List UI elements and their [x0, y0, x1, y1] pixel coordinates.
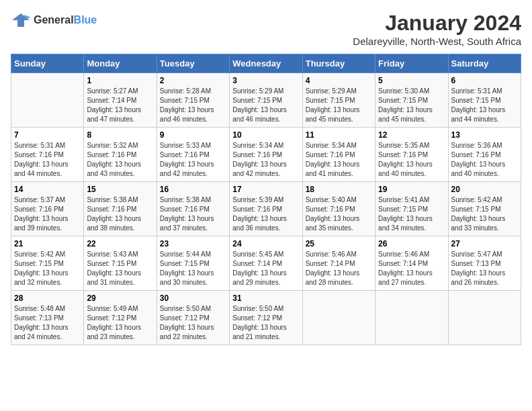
- day-info: Sunrise: 5:46 AM Sunset: 7:14 PM Dayligh…: [306, 250, 372, 287]
- title-area: January 2024 Delareyville, North-West, S…: [353, 11, 521, 47]
- day-info: Sunrise: 5:28 AM Sunset: 7:15 PM Dayligh…: [160, 87, 226, 124]
- day-number: 5: [378, 76, 445, 85]
- day-number: 9: [160, 130, 226, 140]
- day-number: 20: [451, 185, 518, 194]
- day-number: 29: [87, 293, 153, 303]
- calendar-day-cell: 2Sunrise: 5:28 AM Sunset: 7:15 PM Daylig…: [157, 73, 229, 128]
- day-number: 30: [160, 293, 226, 303]
- calendar-day-cell: 8Sunrise: 5:32 AM Sunset: 7:16 PM Daylig…: [84, 128, 157, 182]
- calendar-day-cell: 5Sunrise: 5:30 AM Sunset: 7:15 PM Daylig…: [375, 73, 448, 128]
- weekday-header-cell: Friday: [375, 54, 448, 73]
- calendar-subtitle: Delareyville, North-West, South Africa: [353, 36, 521, 47]
- calendar-day-cell: 15Sunrise: 5:38 AM Sunset: 7:16 PM Dayli…: [84, 182, 157, 236]
- calendar-day-cell: 14Sunrise: 5:37 AM Sunset: 7:16 PM Dayli…: [11, 182, 84, 236]
- calendar-day-cell: [375, 291, 448, 345]
- calendar-day-cell: [11, 73, 84, 128]
- calendar-day-cell: 1Sunrise: 5:27 AM Sunset: 7:14 PM Daylig…: [84, 73, 157, 128]
- day-number: 23: [160, 239, 226, 248]
- calendar-day-cell: 26Sunrise: 5:46 AM Sunset: 7:14 PM Dayli…: [375, 236, 448, 291]
- calendar-day-cell: 17Sunrise: 5:39 AM Sunset: 7:16 PM Dayli…: [230, 182, 302, 236]
- day-info: Sunrise: 5:46 AM Sunset: 7:14 PM Dayligh…: [378, 250, 445, 287]
- day-info: Sunrise: 5:48 AM Sunset: 7:13 PM Dayligh…: [14, 304, 81, 342]
- calendar-day-cell: 29Sunrise: 5:49 AM Sunset: 7:12 PM Dayli…: [84, 291, 157, 345]
- calendar-week-row: 14Sunrise: 5:37 AM Sunset: 7:16 PM Dayli…: [11, 182, 521, 236]
- calendar-day-cell: 31Sunrise: 5:50 AM Sunset: 7:12 PM Dayli…: [230, 291, 302, 345]
- day-info: Sunrise: 5:29 AM Sunset: 7:15 PM Dayligh…: [232, 87, 299, 124]
- calendar-day-cell: 12Sunrise: 5:35 AM Sunset: 7:16 PM Dayli…: [375, 128, 448, 182]
- calendar-week-row: 21Sunrise: 5:42 AM Sunset: 7:15 PM Dayli…: [11, 236, 521, 291]
- day-number: 18: [306, 185, 372, 194]
- day-number: 25: [306, 239, 372, 248]
- calendar-day-cell: 3Sunrise: 5:29 AM Sunset: 7:15 PM Daylig…: [230, 73, 302, 128]
- calendar-day-cell: 19Sunrise: 5:41 AM Sunset: 7:15 PM Dayli…: [375, 182, 448, 236]
- calendar-table: SundayMondayTuesdayWednesdayThursdayFrid…: [11, 54, 521, 345]
- calendar-day-cell: 28Sunrise: 5:48 AM Sunset: 7:13 PM Dayli…: [11, 291, 84, 345]
- day-number: 14: [14, 185, 81, 194]
- day-info: Sunrise: 5:33 AM Sunset: 7:16 PM Dayligh…: [160, 141, 226, 179]
- day-number: 17: [232, 185, 299, 194]
- day-info: Sunrise: 5:47 AM Sunset: 7:13 PM Dayligh…: [451, 250, 518, 287]
- day-number: 19: [378, 185, 445, 194]
- calendar-day-cell: 21Sunrise: 5:42 AM Sunset: 7:15 PM Dayli…: [11, 236, 84, 291]
- day-info: Sunrise: 5:40 AM Sunset: 7:16 PM Dayligh…: [306, 195, 372, 233]
- calendar-day-cell: 20Sunrise: 5:42 AM Sunset: 7:15 PM Dayli…: [448, 182, 521, 236]
- day-info: Sunrise: 5:42 AM Sunset: 7:15 PM Dayligh…: [14, 250, 81, 287]
- svg-marker-0: [12, 13, 30, 27]
- day-info: Sunrise: 5:35 AM Sunset: 7:16 PM Dayligh…: [378, 141, 445, 179]
- calendar-day-cell: 23Sunrise: 5:44 AM Sunset: 7:15 PM Dayli…: [157, 236, 229, 291]
- calendar-day-cell: 18Sunrise: 5:40 AM Sunset: 7:16 PM Dayli…: [302, 182, 375, 236]
- day-info: Sunrise: 5:34 AM Sunset: 7:16 PM Dayligh…: [306, 141, 372, 179]
- calendar-day-cell: 9Sunrise: 5:33 AM Sunset: 7:16 PM Daylig…: [157, 128, 229, 182]
- day-info: Sunrise: 5:39 AM Sunset: 7:16 PM Dayligh…: [232, 195, 299, 233]
- day-info: Sunrise: 5:41 AM Sunset: 7:15 PM Dayligh…: [378, 195, 445, 233]
- weekday-header-cell: Thursday: [302, 54, 375, 73]
- calendar-day-cell: 10Sunrise: 5:34 AM Sunset: 7:16 PM Dayli…: [230, 128, 302, 182]
- calendar-week-row: 1Sunrise: 5:27 AM Sunset: 7:14 PM Daylig…: [11, 73, 521, 128]
- day-number: 16: [160, 185, 226, 194]
- calendar-day-cell: 7Sunrise: 5:31 AM Sunset: 7:16 PM Daylig…: [11, 128, 84, 182]
- day-number: 22: [87, 239, 153, 248]
- logo-text: GeneralBlue: [34, 14, 97, 26]
- calendar-day-cell: [448, 291, 521, 345]
- calendar-day-cell: 30Sunrise: 5:50 AM Sunset: 7:12 PM Dayli…: [157, 291, 229, 345]
- calendar-day-cell: [302, 291, 375, 345]
- day-number: 21: [14, 239, 81, 248]
- calendar-title: January 2024: [353, 11, 521, 36]
- day-info: Sunrise: 5:29 AM Sunset: 7:15 PM Dayligh…: [306, 87, 372, 124]
- day-number: 31: [232, 293, 299, 303]
- day-info: Sunrise: 5:34 AM Sunset: 7:16 PM Dayligh…: [232, 141, 299, 179]
- day-info: Sunrise: 5:36 AM Sunset: 7:16 PM Dayligh…: [451, 141, 518, 179]
- day-number: 3: [232, 76, 299, 85]
- day-number: 1: [87, 76, 153, 85]
- weekday-header-cell: Wednesday: [230, 54, 302, 73]
- weekday-header-cell: Tuesday: [157, 54, 229, 73]
- day-info: Sunrise: 5:38 AM Sunset: 7:16 PM Dayligh…: [160, 195, 226, 233]
- day-info: Sunrise: 5:50 AM Sunset: 7:12 PM Dayligh…: [160, 304, 226, 342]
- day-number: 27: [451, 239, 518, 248]
- calendar-day-cell: 25Sunrise: 5:46 AM Sunset: 7:14 PM Dayli…: [302, 236, 375, 291]
- day-number: 28: [14, 293, 81, 303]
- logo-icon: [11, 11, 31, 30]
- day-number: 4: [306, 76, 372, 85]
- calendar-week-row: 7Sunrise: 5:31 AM Sunset: 7:16 PM Daylig…: [11, 128, 521, 182]
- weekday-header-cell: Monday: [84, 54, 157, 73]
- day-number: 12: [378, 130, 445, 140]
- day-number: 15: [87, 185, 153, 194]
- header: GeneralBlue January 2024 Delareyville, N…: [11, 11, 521, 47]
- calendar-day-cell: 22Sunrise: 5:43 AM Sunset: 7:15 PM Dayli…: [84, 236, 157, 291]
- calendar-day-cell: 13Sunrise: 5:36 AM Sunset: 7:16 PM Dayli…: [448, 128, 521, 182]
- weekday-header-cell: Saturday: [448, 54, 521, 73]
- day-info: Sunrise: 5:38 AM Sunset: 7:16 PM Dayligh…: [87, 195, 153, 233]
- day-number: 24: [232, 239, 299, 248]
- day-number: 7: [14, 130, 81, 140]
- day-info: Sunrise: 5:30 AM Sunset: 7:15 PM Dayligh…: [378, 87, 445, 124]
- calendar-day-cell: 16Sunrise: 5:38 AM Sunset: 7:16 PM Dayli…: [157, 182, 229, 236]
- day-number: 11: [306, 130, 372, 140]
- day-number: 10: [232, 130, 299, 140]
- day-info: Sunrise: 5:43 AM Sunset: 7:15 PM Dayligh…: [87, 250, 153, 287]
- logo: GeneralBlue: [11, 11, 97, 30]
- day-number: 13: [451, 130, 518, 140]
- day-info: Sunrise: 5:31 AM Sunset: 7:15 PM Dayligh…: [451, 87, 518, 124]
- day-info: Sunrise: 5:42 AM Sunset: 7:15 PM Dayligh…: [451, 195, 518, 233]
- day-info: Sunrise: 5:45 AM Sunset: 7:14 PM Dayligh…: [232, 250, 299, 287]
